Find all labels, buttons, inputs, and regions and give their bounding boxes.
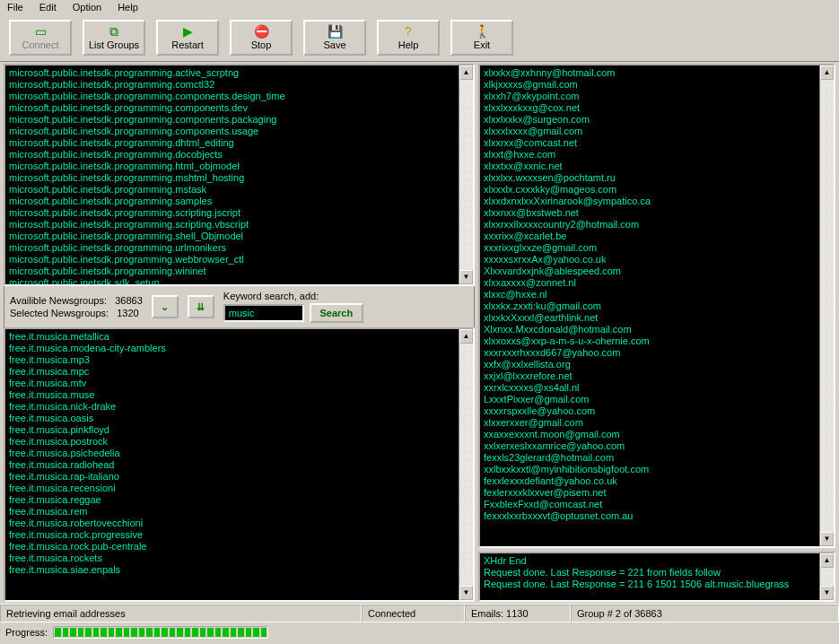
list-item[interactable]: xlxxkx@xxhnny@hotmail.com	[484, 67, 830, 79]
scrollbar[interactable]: ▲ ▼	[819, 553, 834, 600]
list-item[interactable]: free.it.musica.nick-drake	[9, 401, 469, 413]
newsgroup-list-bottom[interactable]: free.it.musica.metallicafree.it.musica.m…	[4, 327, 475, 602]
list-item[interactable]: microsoft.public.inetsdk.programming.com…	[9, 102, 469, 114]
list-item[interactable]: free.it.musica.rock.pub-centrale	[9, 541, 469, 553]
list-item[interactable]: microsoft.public.inetsdk.programming.mst…	[9, 184, 469, 196]
list-groups-button[interactable]: ⧉ List Groups	[83, 20, 145, 56]
list-item[interactable]: xxrxlcxxxxs@xs4all.nl	[484, 382, 830, 394]
list-item[interactable]: xlxxc@hxxe.nl	[484, 289, 830, 300]
list-item[interactable]: fexxxlxxrbxxxvt@optusnet.com.au	[484, 510, 830, 522]
list-item[interactable]: xlxxnxx@bxstweb.net	[484, 207, 830, 219]
scroll-up-icon[interactable]: ▲	[459, 329, 473, 344]
scroll-down-icon[interactable]: ▼	[820, 532, 834, 546]
list-item[interactable]: xxxxxsxrxxAx@yahoo.co.uk	[484, 254, 830, 265]
add-one-button[interactable]: ⌄	[152, 295, 179, 318]
log-panel[interactable]: XHdr EndRequest done. Last Response = 22…	[478, 552, 835, 602]
list-item[interactable]: xlxxkx.zxxti:ku@gmail.com	[484, 300, 830, 312]
list-item[interactable]: xlxxlxx.wxxxsen@pochtamt.ru	[484, 172, 830, 184]
list-item[interactable]: free.it.musica.pinkfloyd	[9, 424, 469, 436]
list-item[interactable]: microsoft.public.inetsdk.programming.com…	[9, 91, 469, 102]
list-item[interactable]: xlxxoxxs@xxp-a-m-s-u-x-ohernie.com	[484, 335, 830, 347]
scrollbar[interactable]: ▲ ▼	[459, 329, 473, 600]
list-item[interactable]: xxaxxexxxnt.moon@gmail.com	[484, 429, 830, 440]
list-item[interactable]: free.it.musica.siae.enpals	[9, 564, 469, 576]
scroll-down-icon[interactable]: ▼	[459, 270, 473, 284]
list-item[interactable]: free.it.musica.rap-italiano	[9, 471, 469, 483]
stop-button[interactable]: ⛔ Stop	[230, 20, 293, 56]
list-item[interactable]: xxxrixx@xcarlet.be	[484, 231, 830, 242]
list-item[interactable]: microsoft.public.inetsdk.programming.com…	[9, 79, 469, 91]
list-item[interactable]: free.it.musica.postrock	[9, 436, 469, 448]
list-item[interactable]: Xlxxvardxxjnk@ablespeed.com	[484, 265, 830, 277]
add-all-button[interactable]: ⇊	[188, 295, 214, 318]
list-item[interactable]: free.it.musica.rock.progressive	[9, 529, 469, 541]
scroll-track[interactable]	[820, 80, 834, 532]
list-item[interactable]: free.it.musica.radiohead	[9, 459, 469, 471]
list-item[interactable]: Xlxnxx.Mxxcdonald@hotmail.com	[484, 324, 830, 335]
scroll-track[interactable]	[820, 568, 834, 586]
list-item[interactable]: xlxxxlx.cxxxkky@mageos.com	[484, 184, 830, 196]
list-item[interactable]: free.it.musica.reggae	[9, 494, 469, 506]
list-item[interactable]: xlxxrxx@comcast.net	[484, 137, 830, 149]
save-button[interactable]: 💾 Save	[303, 20, 366, 56]
log-line[interactable]: Request done. Last Response = 211 6 1501…	[484, 579, 830, 590]
scroll-up-icon[interactable]: ▲	[820, 65, 834, 80]
email-list[interactable]: xlxxkx@xxhnny@hotmail.comxlkjxxxxs@gmail…	[478, 64, 835, 548]
list-item[interactable]: free.it.musica.mtv	[9, 378, 469, 389]
list-item[interactable]: free.it.musica.mp3	[9, 354, 469, 366]
list-item[interactable]: xxlxerxeslxxamrice@yahoo.com	[484, 440, 830, 452]
list-item[interactable]: xxxrxxxrhxxxd667@yahoo.com	[484, 347, 830, 359]
list-item[interactable]: microsoft.public.inetsdk.programming.htm…	[9, 161, 469, 172]
list-item[interactable]: microsoft.public.inetsdk.programming.doc…	[9, 149, 469, 161]
menu-file[interactable]: File	[7, 2, 23, 13]
scroll-up-icon[interactable]: ▲	[820, 553, 834, 568]
list-item[interactable]: FxxblexFxxd@comcast.net	[484, 499, 830, 510]
list-item[interactable]: microsoft.public.inetsdk.programming.url…	[9, 242, 469, 254]
list-item[interactable]: microsoft.public.inetsdk.programming.scr…	[9, 207, 469, 219]
list-item[interactable]: xlxxh7@xkypoint.com	[484, 91, 830, 102]
exit-button[interactable]: 🚶 Exit	[450, 20, 513, 56]
list-item[interactable]: xlxxt@hxxe.com	[484, 149, 830, 161]
list-item[interactable]: free.it.musica.oasis	[9, 413, 469, 424]
list-item[interactable]: microsoft.public.inetsdk.sdk_setup	[9, 277, 469, 286]
list-item[interactable]: xxfx@xxlxellista.org	[484, 359, 830, 370]
list-item[interactable]: microsoft.public.inetsdk.programming.msh…	[9, 172, 469, 184]
search-button[interactable]: Search	[310, 303, 363, 323]
scroll-up-icon[interactable]: ▲	[459, 65, 473, 80]
scroll-down-icon[interactable]: ▼	[820, 586, 834, 600]
list-item[interactable]: free.it.musica.psichedelia	[9, 448, 469, 459]
list-item[interactable]: xlxxerxxer@gmail.com	[484, 417, 830, 429]
list-item[interactable]: free.it.musica.muse	[9, 389, 469, 401]
list-item[interactable]: xlxxkxXxxxl@earthlink.net	[484, 312, 830, 324]
menu-option[interactable]: Option	[73, 2, 101, 13]
list-item[interactable]: fexxlexxxdefiant@yahoo.co.uk	[484, 475, 830, 487]
list-item[interactable]: free.it.musica.metallica	[9, 331, 469, 343]
menu-help[interactable]: Help	[118, 2, 138, 13]
list-item[interactable]: microsoft.public.inetsdk.programming.scr…	[9, 219, 469, 231]
list-item[interactable]: microsoft.public.inetsdk.programming.com…	[9, 126, 469, 137]
newsgroup-list-top[interactable]: microsoft.public.inetsdk.programming.act…	[4, 64, 475, 286]
list-item[interactable]: xlxxtxx@xxnic.net	[484, 161, 830, 172]
scrollbar[interactable]: ▲ ▼	[819, 65, 834, 546]
scroll-track[interactable]	[459, 344, 473, 586]
list-item[interactable]: xlxxlxxkx@surgeon.com	[484, 114, 830, 126]
search-input[interactable]	[223, 304, 304, 322]
log-line[interactable]: XHdr End	[484, 555, 830, 567]
list-item[interactable]: microsoft.public.inetsdk.programming.dht…	[9, 137, 469, 149]
scroll-down-icon[interactable]: ▼	[459, 586, 473, 600]
list-item[interactable]: fexlerxxxklxxver@pisem.net	[484, 487, 830, 499]
list-item[interactable]: microsoft.public.inetsdk.programming.web…	[9, 254, 469, 265]
scrollbar[interactable]: ▲ ▼	[459, 65, 473, 284]
list-item[interactable]: xlxxxlxxxx@gmail.com	[484, 126, 830, 137]
help-button[interactable]: ? Help	[377, 20, 440, 56]
list-item[interactable]: microsoft.public.inetsdk.programming.act…	[9, 67, 469, 79]
list-item[interactable]: xlxxlxxxkxxg@cox.net	[484, 102, 830, 114]
list-item[interactable]: fexxls23glerard@hotmail.com	[484, 452, 830, 464]
list-item[interactable]: free.it.musica.recensioni	[9, 483, 469, 494]
connect-button[interactable]: ▭ Connect	[9, 20, 72, 56]
list-item[interactable]: LxxxtPixxer@gmail.com	[484, 394, 830, 405]
list-item[interactable]: xlkjxxxxs@gmail.com	[484, 79, 830, 91]
list-item[interactable]: free.it.musica.robertovecchioni	[9, 518, 469, 529]
list-item[interactable]: xxxrixxglxxze@gmail.com	[484, 242, 830, 254]
list-item[interactable]: free.it.musica.modena-city-ramblers	[9, 343, 469, 354]
